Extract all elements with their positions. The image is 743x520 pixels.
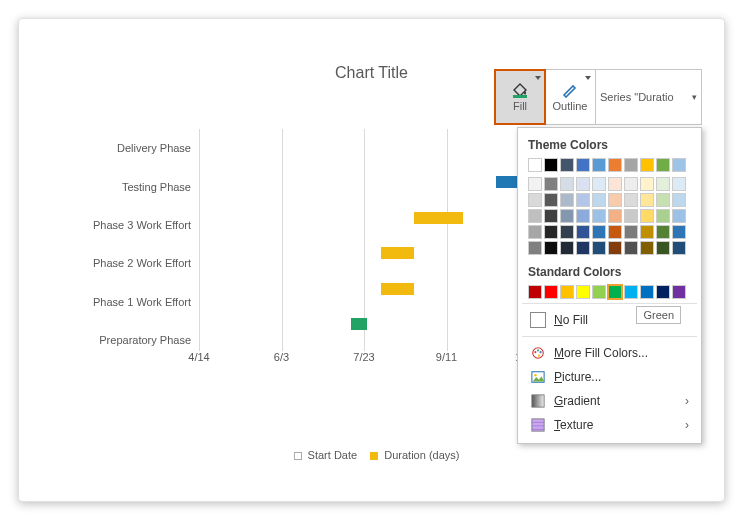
color-swatch[interactable] (544, 225, 558, 239)
legend-swatch (370, 452, 378, 460)
bar-phase1[interactable] (381, 283, 414, 295)
fill-label: Fill (513, 100, 527, 112)
color-swatch[interactable] (640, 158, 654, 172)
color-swatch[interactable] (624, 285, 638, 299)
color-swatch[interactable] (528, 225, 542, 239)
svg-point-2 (534, 351, 536, 353)
color-swatch[interactable] (544, 193, 558, 207)
color-swatch[interactable] (672, 285, 686, 299)
pen-icon (560, 82, 580, 98)
color-swatch[interactable] (544, 177, 558, 191)
color-swatch[interactable] (592, 285, 606, 299)
color-swatch[interactable] (592, 241, 606, 255)
svg-rect-0 (513, 95, 527, 98)
color-swatch[interactable] (608, 285, 622, 299)
y-axis-labels: Delivery Phase Testing Phase Phase 3 Wor… (99, 129, 199, 369)
color-swatch[interactable] (576, 158, 590, 172)
color-swatch[interactable] (560, 177, 574, 191)
color-swatch[interactable] (672, 158, 686, 172)
color-swatch[interactable] (528, 158, 542, 172)
color-swatch[interactable] (624, 193, 638, 207)
x-axis: 4/14 6/3 7/23 9/11 10/31 (199, 351, 529, 369)
color-swatch[interactable] (576, 241, 590, 255)
color-swatch[interactable] (608, 209, 622, 223)
color-swatch[interactable] (640, 177, 654, 191)
theme-colors-heading: Theme Colors (528, 138, 691, 152)
color-swatch[interactable] (576, 225, 590, 239)
color-swatch[interactable] (640, 225, 654, 239)
color-swatch[interactable] (640, 285, 654, 299)
color-swatch[interactable] (608, 225, 622, 239)
color-swatch[interactable] (560, 241, 574, 255)
texture-item[interactable]: Texture › (528, 413, 691, 437)
color-swatch[interactable] (640, 209, 654, 223)
chevron-down-icon (585, 76, 591, 80)
color-swatch[interactable] (624, 241, 638, 255)
color-swatch[interactable] (576, 209, 590, 223)
svg-rect-8 (532, 395, 544, 407)
color-swatch[interactable] (656, 193, 670, 207)
bar-phase2[interactable] (381, 247, 414, 259)
color-swatch[interactable] (608, 193, 622, 207)
color-swatch[interactable] (560, 158, 574, 172)
color-swatch[interactable] (656, 209, 670, 223)
color-swatch[interactable] (592, 209, 606, 223)
color-swatch[interactable] (528, 241, 542, 255)
series-selector[interactable]: Series "Duratio ▾ (595, 70, 701, 124)
outline-button[interactable]: Outline (545, 70, 595, 124)
color-swatch[interactable] (640, 241, 654, 255)
color-swatch[interactable] (608, 241, 622, 255)
color-swatch[interactable] (560, 193, 574, 207)
color-swatch[interactable] (544, 285, 558, 299)
y-label: Phase 1 Work Effort (79, 296, 199, 308)
palette-icon (530, 345, 546, 361)
color-swatch[interactable] (624, 158, 638, 172)
color-swatch[interactable] (528, 285, 542, 299)
color-swatch[interactable] (624, 209, 638, 223)
color-swatch[interactable] (592, 158, 606, 172)
legend[interactable]: Start Date Duration (days) (19, 449, 724, 461)
color-swatch[interactable] (592, 177, 606, 191)
color-swatch[interactable] (592, 225, 606, 239)
color-swatch[interactable] (656, 177, 670, 191)
color-swatch[interactable] (656, 158, 670, 172)
color-swatch[interactable] (528, 209, 542, 223)
color-swatch[interactable] (672, 177, 686, 191)
fill-button[interactable]: Fill (495, 70, 545, 124)
color-swatch[interactable] (576, 285, 590, 299)
color-swatch[interactable] (672, 193, 686, 207)
color-swatch[interactable] (560, 225, 574, 239)
color-swatch[interactable] (656, 241, 670, 255)
color-swatch[interactable] (608, 158, 622, 172)
bar-phase3[interactable] (414, 212, 464, 224)
color-swatch[interactable] (528, 177, 542, 191)
color-swatch[interactable] (544, 158, 558, 172)
gradient-item[interactable]: Gradient › (528, 389, 691, 413)
color-swatch[interactable] (592, 193, 606, 207)
color-swatch[interactable] (672, 241, 686, 255)
color-swatch[interactable] (656, 225, 670, 239)
x-label: 9/11 (436, 351, 457, 363)
color-swatch[interactable] (560, 209, 574, 223)
color-swatch[interactable] (624, 177, 638, 191)
bar-prep[interactable] (351, 318, 368, 330)
color-swatch[interactable] (544, 241, 558, 255)
chevron-right-icon: › (685, 418, 689, 432)
color-swatch[interactable] (624, 225, 638, 239)
chevron-right-icon: › (685, 394, 689, 408)
color-swatch[interactable] (672, 209, 686, 223)
color-swatch[interactable] (640, 193, 654, 207)
bars-region[interactable] (199, 129, 529, 351)
color-swatch[interactable] (576, 177, 590, 191)
color-swatch[interactable] (528, 193, 542, 207)
color-swatch[interactable] (608, 177, 622, 191)
color-swatch[interactable] (672, 225, 686, 239)
color-swatch[interactable] (576, 193, 590, 207)
picture-item[interactable]: Picture... (528, 365, 691, 389)
color-swatch[interactable] (544, 209, 558, 223)
more-fill-colors-item[interactable]: More Fill Colors... (528, 341, 691, 365)
legend-swatch (294, 452, 302, 460)
series-selector-text: Series "Duratio (600, 91, 674, 103)
color-swatch[interactable] (656, 285, 670, 299)
color-swatch[interactable] (560, 285, 574, 299)
